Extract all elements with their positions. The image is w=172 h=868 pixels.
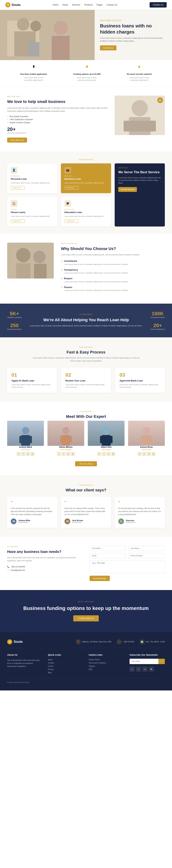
- service-label-business: Business: [65, 175, 107, 177]
- linkedin-icon-3[interactable]: in: [147, 452, 151, 456]
- footer-link-terms[interactable]: Terms and Conditions: [89, 662, 124, 664]
- why-illustration: [7, 243, 54, 279]
- service-title-education: Education Loan: [65, 211, 107, 214]
- team-card-0: Antony Mark Team Expert f t in ▶: [7, 421, 44, 456]
- footer-link-privacy[interactable]: Privacy Policy: [89, 659, 124, 661]
- about-label: Who We Are: [7, 96, 107, 97]
- email-input[interactable]: [90, 553, 126, 558]
- svg-rect-31: [141, 436, 143, 443]
- footer-youtube-icon[interactable]: ▶: [149, 666, 154, 672]
- nav-link-about[interactable]: About: [62, 4, 68, 6]
- play-button[interactable]: ▶: [157, 97, 163, 103]
- nav-link-services[interactable]: Services: [72, 4, 80, 6]
- nav-link-contact-us[interactable]: Contact Us: [107, 4, 117, 6]
- footer-link-contact[interactable]: Contact: [48, 662, 83, 664]
- facebook-icon-2[interactable]: f: [97, 452, 101, 456]
- author-role-1: Businessman: [72, 522, 83, 523]
- footer-link-pricing[interactable]: Pricing: [48, 669, 83, 670]
- serve-cta-button[interactable]: View All Services: [118, 187, 137, 192]
- personal-loan-icon: 👤: [11, 167, 17, 174]
- linkedin-icon-1[interactable]: in: [66, 452, 70, 456]
- hero-section: Welcome To Souta Business loans with no …: [0, 10, 172, 60]
- nav-link-pages[interactable]: Pages: [97, 4, 103, 6]
- about-cta-button[interactable]: Know About Us: [7, 137, 27, 143]
- hero-cta-button[interactable]: Get Started: [100, 45, 116, 51]
- why-item-title-2: Respect: [61, 277, 165, 280]
- service-card-personal: 👤 Personal Personal Loan Lorem ipsum dol…: [7, 163, 57, 193]
- first-name-input[interactable]: [90, 546, 126, 551]
- team-role-2: Team Expert: [88, 449, 125, 451]
- first-name-field: [90, 546, 126, 551]
- newsletter-submit-button[interactable]: →: [159, 659, 165, 664]
- footer-link-support[interactable]: Support: [89, 665, 124, 667]
- quote-icon-2: ": [118, 500, 161, 505]
- hero-illustration: [0, 10, 95, 60]
- twitter-icon-3[interactable]: t: [142, 452, 146, 456]
- testimonials-grid: " It has survived not only five centurie…: [7, 497, 165, 528]
- team-card-3: Karina Rose Team Expert f t in ▶: [128, 421, 165, 456]
- step-title-1: Review Your Loan: [65, 379, 106, 382]
- facebook-icon-3[interactable]: f: [138, 452, 142, 456]
- step-title-0: Apply for Bank Loan: [11, 379, 53, 382]
- svg-point-21: [62, 427, 70, 434]
- process-step-1: 02 Review Your Loan Lorem ipsum dolor si…: [61, 368, 111, 393]
- footer-col-quick: Quick Links About Contact Career Pricing…: [48, 653, 83, 675]
- footer-link-career[interactable]: Career: [48, 665, 83, 667]
- cta-button[interactable]: Contact With Us: [73, 615, 99, 621]
- footer-twitter-icon[interactable]: t: [136, 666, 141, 672]
- personal-read-more[interactable]: Read More →: [11, 186, 25, 190]
- house-read-more[interactable]: Read More →: [11, 219, 25, 223]
- linkedin-icon-0[interactable]: in: [26, 452, 30, 456]
- why-list: Commitment Lorem ipsum dolor sit amet, c…: [61, 260, 165, 292]
- team-name-2: Albert Kim: [88, 446, 125, 448]
- footer-col-about: About Us Sed ut perspiciatis unde omnis …: [7, 653, 43, 675]
- svg-point-17: [22, 427, 29, 434]
- why-section: Why Choose Us Why Should You Choose Us? …: [0, 234, 172, 304]
- twitter-icon-2[interactable]: t: [102, 452, 106, 456]
- testimonials-label: Testimonials: [7, 484, 165, 486]
- linkedin-icon-2[interactable]: in: [107, 452, 110, 456]
- education-read-more[interactable]: Read More →: [65, 219, 78, 223]
- newsletter-input[interactable]: [130, 659, 159, 664]
- testimonial-author-1: JB Jack Brown Businessman: [65, 519, 107, 524]
- nav-link-home[interactable]: Home: [53, 4, 59, 6]
- service-title-personal: Personal Loan: [11, 178, 54, 180]
- footer-link-faq[interactable]: FAQ: [89, 669, 124, 670]
- nav-link-products[interactable]: Products: [84, 4, 93, 6]
- step-num-1: 02: [65, 372, 106, 378]
- team-avatar-3: [128, 421, 165, 446]
- logo[interactable]: 🪙 Souta: [5, 2, 21, 7]
- footer-contact-items: 📍 Address: 123 Street, New York, USA 📞 +…: [76, 639, 165, 644]
- phone-icon: 📞: [7, 566, 9, 568]
- twitter-icon-1[interactable]: t: [62, 452, 66, 456]
- footer-link-about[interactable]: About: [48, 659, 83, 661]
- business-read-more[interactable]: Read More →: [65, 186, 78, 190]
- cta-title: Business funding options to keep up the …: [7, 605, 165, 612]
- footer-socials: f t in ▶: [130, 666, 165, 672]
- youtube-icon-1[interactable]: ▶: [71, 452, 75, 456]
- testimonial-1: " Every day we measure 95% of grade. The…: [61, 497, 111, 528]
- footer-link-blog[interactable]: Blog: [48, 672, 83, 674]
- submit-button[interactable]: Send Message: [90, 576, 110, 581]
- view-team-button[interactable]: View Our Team: [75, 461, 97, 466]
- last-name-input[interactable]: [128, 546, 165, 551]
- why-content: Why Choose Us Why Should You Choose Us? …: [61, 243, 165, 294]
- contact-info: 📞 +000-123-456789 ✉️ souta@gmail.com: [7, 566, 82, 571]
- youtube-icon-3[interactable]: ▶: [151, 452, 156, 456]
- nav-cta-button[interactable]: Contact Us: [149, 2, 167, 7]
- footer-linkedin-icon[interactable]: in: [142, 666, 147, 672]
- feature-text-1: Lorem ipsum dolor sit amet, consectetur …: [74, 76, 99, 82]
- why-text: Lorem ipsum dolor sit amet, consectetur …: [61, 253, 165, 256]
- twitter-icon-0[interactable]: t: [21, 452, 25, 456]
- stats-right: 100K Successful Projects 20+ Years of Ex…: [150, 311, 165, 330]
- youtube-icon-2[interactable]: ▶: [111, 452, 115, 456]
- svg-rect-18: [21, 435, 30, 446]
- message-input[interactable]: [90, 560, 165, 573]
- facebook-icon-1[interactable]: f: [57, 452, 61, 456]
- testimonial-0: " It has survived not only five centurie…: [7, 497, 57, 528]
- footer-facebook-icon[interactable]: f: [130, 666, 135, 672]
- phone-input[interactable]: [128, 553, 165, 558]
- facebook-icon-0[interactable]: f: [17, 452, 21, 456]
- step-text-2: Lorem ipsum dolor sit amet, consectetur …: [119, 383, 161, 389]
- youtube-icon-0[interactable]: ▶: [31, 452, 35, 456]
